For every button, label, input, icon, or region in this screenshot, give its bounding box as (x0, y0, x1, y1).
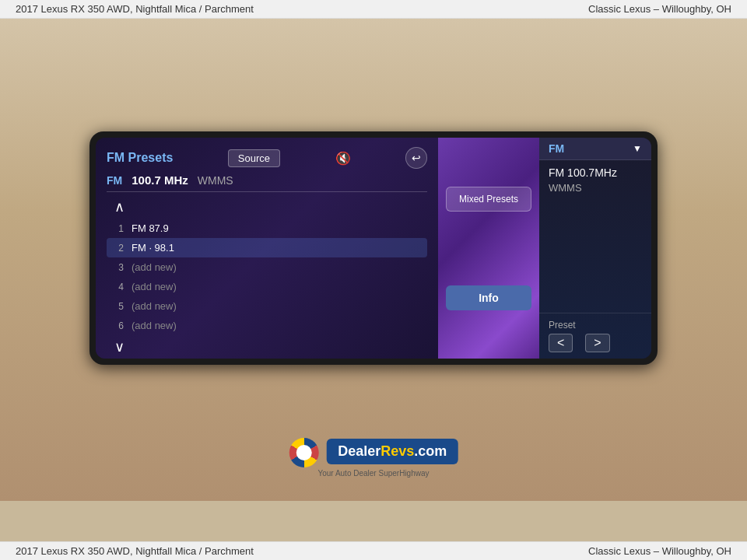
preset-number: 2 (113, 243, 124, 254)
preset-number: 1 (113, 223, 124, 234)
preset-item-3[interactable]: 3 (add new) (107, 257, 427, 277)
preset-prev-button[interactable]: < (549, 334, 573, 352)
info-button[interactable]: Info (446, 285, 531, 310)
right-panel: FM ▼ FM 100.7MHz WMMS 🔊 ♪ 📞 🖼 ⇗ Preset (539, 138, 651, 359)
preset-number: 5 (113, 301, 124, 312)
right-panel-header: FM ▼ (539, 138, 651, 160)
right-band-label: FM (549, 142, 564, 155)
preset-nav-label: Preset (549, 320, 642, 331)
preset-info: (add new) (132, 300, 177, 312)
bottom-bar-left: 2017 Lexus RX 350 AWD, Nightfall Mica / … (16, 545, 254, 557)
screen-bezel: FM Presets Source 🔇 ↩ FM 100.7 MHz WMMS (89, 131, 658, 365)
dealer-tagline: Your Auto Dealer SuperHighway (289, 469, 458, 478)
preset-item-1[interactable]: 1 FM 87.9 (107, 219, 427, 238)
top-bar-right: Classic Lexus – Willoughby, OH (588, 3, 731, 15)
mute-icon[interactable]: 🔇 (335, 151, 351, 166)
top-controls: FM Presets Source 🔇 ↩ (107, 147, 427, 169)
preset-navigation: Preset < > (539, 313, 651, 359)
infotainment-screen: FM Presets Source 🔇 ↩ FM 100.7 MHz WMMS (96, 138, 651, 359)
top-bar-left: 2017 Lexus RX 350 AWD, Nightfall Mica / … (16, 3, 254, 15)
preset-item-5[interactable]: 5 (add new) (107, 296, 427, 316)
preset-number: 4 (113, 282, 124, 292)
left-panel: FM Presets Source 🔇 ↩ FM 100.7 MHz WMMS (96, 138, 438, 359)
preset-number: 6 (113, 320, 124, 331)
right-station-info: FM 100.7MHz WMMS (539, 160, 651, 200)
station-label: FM (107, 174, 122, 187)
bottom-bar: 2017 Lexus RX 350 AWD, Nightfall Mica / … (0, 541, 747, 560)
top-bar: 2017 Lexus RX 350 AWD, Nightfall Mica / … (0, 0, 747, 19)
preset-info: FM · 98.1 (132, 242, 174, 254)
fm-presets-title: FM Presets (107, 151, 173, 165)
preset-info: (add new) (132, 281, 177, 292)
right-station-name: WMMS (549, 182, 642, 194)
preset-number: 3 (113, 262, 124, 273)
dropdown-arrow-icon[interactable]: ▼ (633, 143, 642, 154)
dealer-logo: DealerRevs.com (327, 439, 458, 464)
dealer-logo-area: DealerRevs.com Your Auto Dealer SuperHig… (289, 438, 458, 478)
preset-next-button[interactable]: > (585, 334, 609, 352)
scroll-down-button[interactable]: ∨ (107, 335, 427, 355)
preset-info: FM 87.9 (132, 222, 169, 234)
current-station-bar: FM 100.7 MHz WMMS (107, 173, 427, 192)
car-interior: FM Presets Source 🔇 ↩ FM 100.7 MHz WMMS (0, 19, 747, 501)
bottom-bar-right: Classic Lexus – Willoughby, OH (588, 545, 731, 557)
preset-item-2[interactable]: 2 FM · 98.1 (107, 238, 427, 257)
preset-list: Page 1/2 ∧ 1 FM 87.9 2 FM · 98.1 (107, 198, 427, 355)
station-name: WMMS (198, 174, 233, 187)
right-frequency: FM 100.7MHz (549, 166, 642, 179)
preset-item-6[interactable]: 6 (add new) (107, 316, 427, 335)
source-button[interactable]: Source (228, 149, 280, 167)
preset-nav-arrows: < > (549, 334, 642, 352)
back-button[interactable]: ↩ (405, 147, 427, 169)
station-frequency: 100.7 MHz (132, 173, 188, 187)
preset-item-4[interactable]: 4 (add new) (107, 277, 427, 296)
preset-info: (add new) (132, 320, 177, 331)
scroll-up-button[interactable]: ∧ (107, 198, 427, 219)
preset-info: (add new) (132, 261, 177, 273)
dealer-badge-icon (289, 438, 319, 467)
center-panel: Mixed Presets Info (438, 138, 539, 359)
mixed-presets-button[interactable]: Mixed Presets (446, 187, 531, 212)
